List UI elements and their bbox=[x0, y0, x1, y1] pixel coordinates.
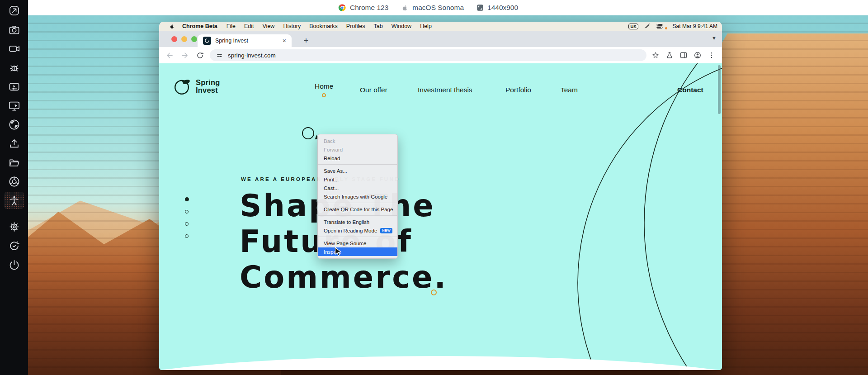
context-item-print[interactable]: Print... bbox=[318, 175, 397, 184]
site-custom-cursor-ring bbox=[302, 127, 314, 139]
tab-close-icon[interactable]: × bbox=[282, 38, 287, 44]
accessibility-icon[interactable] bbox=[4, 192, 24, 209]
context-item-cast[interactable]: Cast... bbox=[318, 184, 397, 192]
context-menu: Back Forward Reload Save As... Print... … bbox=[317, 134, 398, 259]
nav-investment-thesis[interactable]: Investment thesis bbox=[418, 86, 472, 94]
side-panel-icon[interactable] bbox=[679, 51, 688, 59]
bookmark-star-icon[interactable] bbox=[651, 51, 660, 59]
macos-menu-bar: Chrome Beta File Edit View History Bookm… bbox=[159, 22, 722, 31]
headline-accent-ring bbox=[431, 290, 437, 295]
nav-home-active-dot bbox=[322, 93, 326, 97]
profile-avatar-icon[interactable] bbox=[693, 51, 702, 59]
context-item-back: Back bbox=[318, 137, 397, 145]
menu-app-name[interactable]: Chrome Beta bbox=[182, 23, 217, 29]
reload-button[interactable] bbox=[194, 49, 206, 61]
nav-contact[interactable]: Contact bbox=[677, 86, 703, 94]
kebab-menu-icon[interactable] bbox=[708, 51, 716, 59]
omnibox[interactable]: spring-invest.com bbox=[210, 49, 646, 61]
site-logo-icon bbox=[173, 77, 192, 96]
menu-edit[interactable]: Edit bbox=[244, 23, 254, 29]
close-window-button[interactable] bbox=[171, 36, 177, 42]
headline-line-3: Commerce. bbox=[240, 260, 448, 295]
menu-window[interactable]: Window bbox=[392, 23, 411, 29]
virtual-display-icon[interactable] bbox=[4, 97, 24, 114]
menu-tab[interactable]: Tab bbox=[374, 23, 383, 29]
apple-logo-icon bbox=[401, 4, 409, 12]
minimize-window-button[interactable] bbox=[181, 36, 187, 42]
menu-history[interactable]: History bbox=[283, 23, 301, 29]
menu-profiles[interactable]: Profiles bbox=[346, 23, 365, 29]
context-item-translate[interactable]: Translate to English bbox=[318, 218, 397, 226]
zoom-window-button[interactable] bbox=[191, 36, 197, 42]
page-viewport: Spring Invest Home Our offer Investment … bbox=[159, 63, 722, 370]
beta-flask-icon[interactable] bbox=[665, 51, 674, 59]
notification-dot bbox=[665, 27, 667, 29]
page-scrollbar[interactable] bbox=[718, 65, 721, 114]
globe-icon[interactable] bbox=[4, 116, 24, 133]
control-center-icon[interactable] bbox=[656, 23, 663, 29]
desktop-stage: Chrome 123 macOS Sonoma 1440x900 bbox=[0, 0, 868, 375]
context-item-create-qr[interactable]: Create QR Code for this Page bbox=[318, 205, 397, 214]
nav-our-offer[interactable]: Our offer bbox=[360, 86, 387, 94]
apple-menu-icon[interactable] bbox=[169, 24, 175, 29]
browser-tab[interactable]: Spring Invest × bbox=[198, 34, 292, 47]
carousel-dot[interactable] bbox=[185, 222, 189, 226]
settings-gear-icon[interactable] bbox=[4, 218, 24, 235]
context-menu-separator bbox=[318, 237, 397, 237]
reading-mode-label: Open in Reading Mode bbox=[324, 228, 377, 233]
tab-favicon bbox=[203, 37, 211, 45]
back-button[interactable] bbox=[164, 49, 175, 61]
new-tab-button[interactable]: + bbox=[300, 35, 312, 47]
tool-sidebar bbox=[0, 0, 28, 375]
browser-toolbar: spring-invest.com bbox=[159, 47, 722, 63]
context-item-forward: Forward bbox=[318, 145, 397, 154]
context-item-reload[interactable]: Reload bbox=[318, 154, 397, 162]
mouse-cursor bbox=[335, 247, 342, 259]
screen-record-icon[interactable] bbox=[4, 40, 24, 57]
browser-version-label: Chrome 123 bbox=[350, 4, 388, 12]
nav-home[interactable]: Home bbox=[315, 82, 333, 90]
nav-team[interactable]: Team bbox=[561, 86, 578, 94]
power-icon[interactable] bbox=[4, 256, 24, 273]
wifi-off-icon[interactable] bbox=[644, 23, 651, 30]
sync-icon[interactable] bbox=[4, 237, 24, 254]
os-label: macOS Sonoma bbox=[412, 4, 464, 12]
menu-help[interactable]: Help bbox=[420, 23, 432, 29]
forward-button[interactable] bbox=[179, 49, 190, 61]
file-manager-icon[interactable] bbox=[4, 154, 24, 171]
screenshot-camera-icon[interactable] bbox=[4, 21, 24, 38]
carousel-dots bbox=[185, 197, 189, 247]
logo-line-1: Spring bbox=[196, 79, 220, 86]
carousel-dot[interactable] bbox=[185, 210, 189, 214]
input-source-badge[interactable]: US bbox=[628, 24, 638, 29]
chrome-icon[interactable] bbox=[4, 173, 24, 190]
upload-icon[interactable] bbox=[4, 135, 24, 152]
nav-portfolio[interactable]: Portfolio bbox=[505, 86, 531, 94]
url-text[interactable]: spring-invest.com bbox=[228, 52, 276, 59]
context-menu-separator bbox=[318, 164, 397, 165]
site-settings-icon[interactable] bbox=[216, 52, 223, 59]
vm-screen: Chrome Beta File Edit View History Bookm… bbox=[159, 22, 722, 370]
tab-search-chevron-icon[interactable]: ▼ bbox=[712, 35, 717, 41]
context-item-search-images[interactable]: Search Images with Google bbox=[318, 192, 397, 201]
app-logo-icon[interactable] bbox=[4, 2, 24, 19]
context-menu-separator bbox=[318, 215, 397, 216]
menu-bookmarks[interactable]: Bookmarks bbox=[309, 23, 338, 29]
menu-file[interactable]: File bbox=[226, 23, 236, 29]
menu-view[interactable]: View bbox=[263, 23, 275, 29]
debug-bug-icon[interactable] bbox=[4, 59, 24, 76]
new-badge: NEW bbox=[380, 228, 392, 233]
site-logo[interactable]: Spring Invest bbox=[173, 77, 220, 96]
media-player-icon[interactable] bbox=[4, 78, 24, 95]
vm-status-bar: Chrome 123 macOS Sonoma 1440x900 bbox=[28, 0, 868, 15]
tab-title: Spring Invest bbox=[215, 38, 282, 44]
context-menu-separator bbox=[318, 203, 397, 203]
context-item-save-as[interactable]: Save As... bbox=[318, 166, 397, 175]
carousel-dot[interactable] bbox=[185, 234, 189, 238]
context-item-reading-mode[interactable]: Open in Reading Mode NEW bbox=[318, 226, 397, 235]
carousel-dot-active[interactable] bbox=[185, 197, 189, 201]
tab-strip: Spring Invest × + ▼ bbox=[159, 31, 722, 47]
context-item-inspect[interactable]: Inspect bbox=[318, 247, 397, 256]
context-item-view-source[interactable]: View Page Source bbox=[318, 239, 397, 247]
menu-bar-clock[interactable]: Sat Mar 9 9:41 AM bbox=[673, 23, 717, 29]
